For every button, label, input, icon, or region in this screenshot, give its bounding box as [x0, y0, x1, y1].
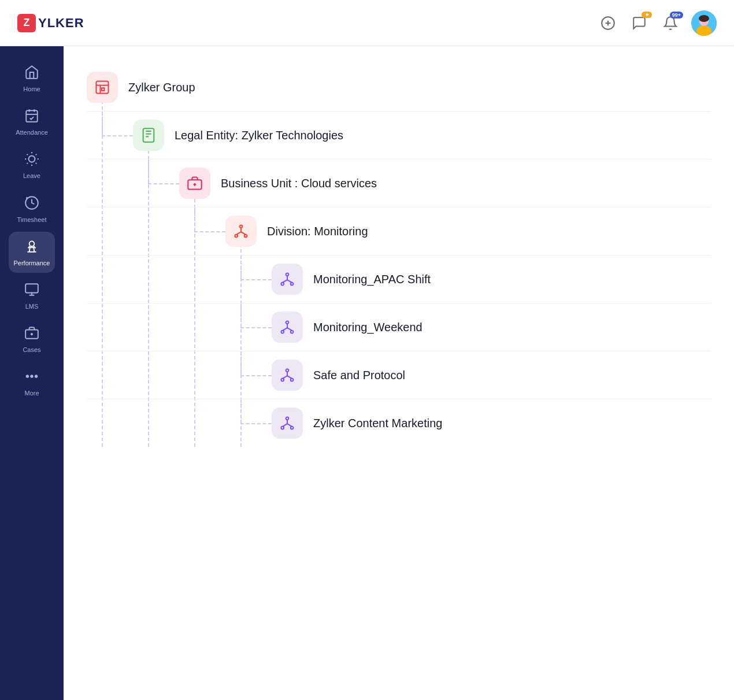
sidebar-item-home[interactable]: Home: [9, 58, 55, 99]
sidebar-label-leave: Leave: [23, 172, 40, 180]
svg-point-30: [31, 376, 32, 377]
svg-rect-8: [26, 111, 38, 123]
node-icon-apac: [272, 264, 303, 295]
node-label-apac: Monitoring_APAC Shift: [313, 273, 431, 286]
svg-rect-34: [143, 128, 154, 142]
main-content: Zylker Group Legal Entit: [64, 46, 734, 700]
node-label-division: Division: Monitoring: [267, 225, 368, 238]
node-label-content-marketing: Zylker Content Marketing: [313, 417, 442, 430]
tree-node-6[interactable]: Safe and Protocol: [87, 351, 711, 399]
svg-line-58: [287, 328, 292, 331]
node-label-legal-entity: Legal Entity: Zylker Technologies: [175, 129, 343, 142]
node-label-business-unit: Business Unit : Cloud services: [221, 177, 377, 190]
sidebar-item-cases[interactable]: Cases: [9, 318, 55, 360]
notification-button[interactable]: 99+: [660, 13, 681, 34]
svg-point-47: [286, 273, 289, 276]
svg-line-70: [287, 424, 292, 427]
svg-point-53: [286, 321, 289, 324]
tree-node-7[interactable]: Zylker Content Marketing: [87, 399, 711, 447]
tree-node-1[interactable]: Legal Entity: Zylker Technologies: [87, 112, 711, 160]
sidebar-label-performance: Performance: [14, 260, 50, 267]
svg-point-12: [29, 156, 35, 162]
svg-line-16: [36, 163, 37, 164]
svg-point-60: [281, 379, 284, 382]
logo-z-letter: Z: [17, 14, 36, 32]
lms-icon: [24, 282, 39, 299]
svg-line-52: [287, 280, 292, 283]
svg-point-66: [281, 427, 284, 429]
svg-point-61: [291, 379, 294, 382]
more-icon: [24, 369, 39, 386]
svg-line-15: [27, 154, 28, 155]
header: Z YLKER ★ 99+: [0, 0, 734, 46]
sidebar-label-cases: Cases: [23, 346, 40, 354]
tree-node-4[interactable]: Monitoring_APAC Shift: [87, 255, 711, 303]
svg-line-20: [36, 154, 37, 155]
timesheet-icon: [24, 195, 39, 213]
sidebar-item-leave[interactable]: Leave: [9, 145, 55, 186]
node-icon-division: [225, 216, 257, 247]
logo[interactable]: Z YLKER: [17, 14, 84, 32]
svg-point-55: [291, 331, 294, 334]
svg-line-63: [283, 376, 287, 379]
svg-line-51: [283, 280, 287, 283]
tree-node-3[interactable]: Division: Monitoring: [87, 208, 711, 255]
svg-rect-32: [97, 82, 109, 94]
node-label-zylker-group: Zylker Group: [128, 81, 195, 94]
svg-point-42: [235, 235, 238, 238]
svg-point-41: [240, 225, 243, 228]
sidebar-item-performance[interactable]: Performance: [9, 232, 55, 273]
svg-point-54: [281, 331, 284, 334]
attendance-icon: [24, 108, 39, 125]
home-icon: [24, 65, 39, 82]
svg-point-48: [281, 283, 284, 286]
sidebar-item-attendance[interactable]: Attendance: [9, 101, 55, 142]
svg-point-67: [291, 427, 294, 429]
svg-line-19: [27, 163, 28, 164]
sidebar-label-lms: LMS: [25, 303, 39, 310]
tree-node-2[interactable]: Business Unit : Cloud services: [87, 160, 711, 208]
sidebar-label-attendance: Attendance: [16, 129, 48, 136]
sidebar-label-timesheet: Timesheet: [17, 216, 47, 224]
svg-point-59: [286, 369, 289, 372]
svg-line-57: [283, 328, 287, 331]
leave-icon: [24, 151, 39, 169]
node-icon-zylker-group: [87, 72, 118, 103]
svg-point-31: [35, 376, 37, 377]
svg-point-43: [244, 235, 247, 238]
node-icon-safe-protocol: [272, 360, 303, 391]
svg-rect-33: [102, 88, 105, 91]
performance-icon: [24, 239, 39, 256]
node-icon-legal-entity: [133, 120, 164, 151]
node-label-safe-protocol: Safe and Protocol: [313, 369, 405, 382]
node-icon-business-unit: [179, 168, 210, 199]
avatar[interactable]: [691, 10, 717, 36]
svg-point-7: [699, 15, 709, 22]
node-icon-weekend: [272, 312, 303, 343]
tree-node-5[interactable]: Monitoring_Weekend: [87, 303, 711, 351]
notification-badge: 99+: [670, 12, 683, 18]
svg-point-65: [286, 417, 289, 420]
node-label-weekend: Monitoring_Weekend: [313, 321, 422, 334]
chat-button[interactable]: ★: [629, 13, 650, 34]
svg-point-22: [29, 241, 35, 246]
svg-line-46: [241, 232, 246, 235]
add-button[interactable]: [598, 13, 618, 34]
svg-point-29: [27, 376, 28, 377]
logo-name: YLKER: [38, 16, 84, 31]
svg-line-45: [236, 232, 241, 235]
svg-rect-23: [25, 284, 38, 292]
svg-line-69: [283, 424, 287, 427]
svg-line-64: [287, 376, 292, 379]
sidebar-label-more: More: [24, 390, 39, 397]
sidebar-item-lms[interactable]: LMS: [9, 275, 55, 316]
sidebar-item-timesheet[interactable]: Timesheet: [9, 188, 55, 229]
org-tree: Zylker Group Legal Entit: [87, 64, 711, 447]
node-icon-content-marketing: [272, 408, 303, 439]
svg-point-49: [291, 283, 294, 286]
sidebar-item-more[interactable]: More: [9, 362, 55, 403]
header-actions: ★ 99+: [598, 10, 717, 36]
cases-icon: [24, 325, 39, 343]
sidebar: Home Attendance: [0, 46, 64, 700]
tree-node-0[interactable]: Zylker Group: [87, 64, 711, 112]
